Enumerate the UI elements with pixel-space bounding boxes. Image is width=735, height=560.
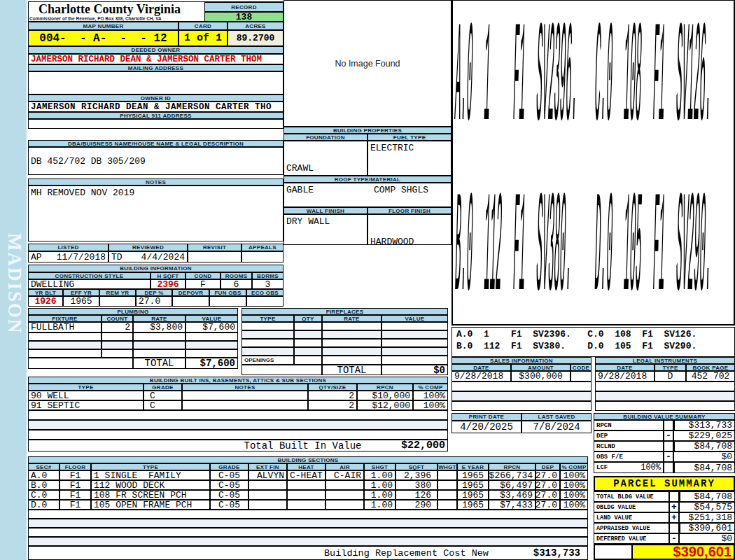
replacement-cost-value: $313,733 xyxy=(497,546,588,560)
listed-by: AP xyxy=(31,252,42,262)
bs-shgt: 1.00 xyxy=(364,480,396,490)
empty-row xyxy=(241,322,448,330)
fuel-field[interactable]: ELECTRIC xyxy=(368,141,451,176)
legal-row[interactable]: 9/28/2018 D 452 702 xyxy=(595,371,735,382)
bs-air xyxy=(326,500,364,510)
yrblt-field[interactable]: 1926 xyxy=(28,296,63,307)
bs-type: 112 WOOD DECK xyxy=(91,480,210,490)
built-ins-row[interactable]: 90 WELL C 2 $10,000 100% xyxy=(28,391,448,400)
owner-id-field[interactable]: JAMERSON RICHARD DEAN & JAMERSON CARTER … xyxy=(28,102,284,112)
ps-value: $0 xyxy=(679,533,735,544)
sketch-legend-line2: B.0 112 F1 SV380. D.0 105 F1 SV290. xyxy=(452,340,734,351)
mailing-address-label: MAILING ADDRESS xyxy=(28,64,284,71)
acres-label: ACRES xyxy=(227,22,284,30)
bs-col-sec: SEC# xyxy=(28,463,59,470)
ecoobs-field[interactable] xyxy=(246,296,284,307)
funobs-field[interactable] xyxy=(209,296,246,307)
reviewed-field[interactable]: TD4/4/2024 xyxy=(108,251,188,262)
card-field[interactable]: 1 of 1 xyxy=(178,30,227,46)
empty-row xyxy=(241,330,448,339)
depovr-field[interactable] xyxy=(172,296,209,307)
bs-dep: 27.0 xyxy=(536,500,560,510)
value-summary-row: LCF 100% $84,708 xyxy=(594,462,735,473)
bi-qty: 2 xyxy=(308,391,357,400)
bi-qty: 2 xyxy=(308,400,357,410)
reviewed-label: REVIEWED xyxy=(108,244,188,251)
bs-sqft: 126 xyxy=(396,490,438,500)
print-date-label: PRINT DATE xyxy=(451,413,522,421)
built-ins-row[interactable]: 91 SEPTIC C 2 $12,000 100% xyxy=(28,400,448,410)
construction-style-field[interactable]: DWELLING xyxy=(28,279,150,289)
floor-finish-field[interactable]: HARDWOOD VINYL xyxy=(368,214,451,245)
plumbing-total-value: $7,600 xyxy=(186,358,238,369)
dep-field[interactable]: 27.0 xyxy=(136,296,172,307)
cond-field[interactable]: F xyxy=(186,279,220,289)
photo-placeholder[interactable]: No Image Found xyxy=(284,0,451,127)
bs-eyear: 1965 xyxy=(457,490,489,500)
bs-shgt: 1.00 xyxy=(364,500,396,510)
deeded-owner-field[interactable]: JAMERSON RICHARD DEAN & JAMERSON CARTER … xyxy=(28,54,284,64)
mailing-address-field[interactable]: 1300 DEER ROAD PAMPLIN, VA 23958-3958 xyxy=(28,71,284,94)
legal-col-date: DATE xyxy=(595,364,654,371)
sketch-legend: A.0 1 F1 SV2396. C.0 108 F1 SV126. B.0 1… xyxy=(451,327,735,357)
notes-field[interactable]: MH REMOVED NOV 2019 xyxy=(28,186,284,241)
bs-col-rpcn: RPCN xyxy=(489,463,536,470)
plumbing-col-value: VALUE xyxy=(186,315,238,322)
sketch-legend-line1: A.0 1 F1 SV2396. C.0 108 F1 SV126. xyxy=(452,328,734,340)
effyr-field[interactable]: 1965 xyxy=(63,296,99,307)
sale-date: 9/28/2018 xyxy=(451,371,511,382)
remyr-field[interactable] xyxy=(99,296,136,307)
physical-address-field[interactable] xyxy=(28,119,284,129)
acres-field[interactable]: 89.2700 xyxy=(227,30,284,46)
bs-grade: C-05 xyxy=(210,490,248,500)
plumbing-row[interactable]: FULLBATH 2 $3,800 $7,600 xyxy=(28,322,238,332)
dba-field[interactable]: DB 452/702 DB 305/209 xyxy=(28,147,284,175)
owner-id-label: OWNER ID xyxy=(28,94,284,102)
bs-heat xyxy=(287,500,326,510)
bs-grade: C-05 xyxy=(210,500,248,510)
taxable-value: $390,601 xyxy=(633,544,735,560)
bs-rpcn: $7,433 xyxy=(489,500,536,510)
plumbing-total-label: TOTAL xyxy=(133,358,186,369)
revisit-field[interactable] xyxy=(188,251,241,262)
building-section-row[interactable]: D.0 F1 105 OPEN FRAME PCH C-05 1.00 290 … xyxy=(28,500,588,510)
bs-whgt xyxy=(438,500,457,510)
ps-value: $251,318 xyxy=(679,512,735,523)
parcel-summary-row: APPRAISED VALUE $390,601 xyxy=(594,523,735,533)
openings-label: OPENINGS xyxy=(241,356,294,365)
record-value-field[interactable]: 138 xyxy=(204,12,284,22)
appeals-field[interactable] xyxy=(241,251,284,262)
bs-col-whgt: WHGT xyxy=(438,463,457,470)
bdrms-field[interactable]: 3 xyxy=(252,279,284,289)
roof-field[interactable]: GABLE COMP SHGLS xyxy=(284,183,451,207)
bs-air xyxy=(326,490,364,500)
foundation-line1: CRAWL xyxy=(286,163,365,174)
hsqft-field[interactable]: 2396 xyxy=(150,279,186,289)
print-date-value: 4/20/2025 xyxy=(451,421,522,433)
empty-row xyxy=(451,401,592,411)
bi-comp: 100% xyxy=(413,400,448,410)
building-section-row[interactable]: B.0 F1 112 WOOD DECK C-05 1.00 380 1965 … xyxy=(28,480,588,490)
empty-row xyxy=(241,339,448,347)
foundation-field[interactable]: CRAWL CINDER BLOCK xyxy=(284,141,368,176)
wall-finish-field[interactable]: DRY WALL xyxy=(284,214,368,245)
bs-extfin xyxy=(248,490,287,500)
vs-label-lcf: LCF 100% xyxy=(594,462,664,473)
reviewed-by: TD xyxy=(111,252,122,262)
sales-row[interactable]: 9/28/2018 $300,000 xyxy=(451,371,592,382)
bs-col-air: AIR xyxy=(326,463,364,470)
value-summary-row: RCLND $84,708 xyxy=(594,441,735,451)
vs-op: - xyxy=(664,451,673,462)
building-section-row[interactable]: C.0 F1 108 FR SCREEN PCH C-05 1.00 126 1… xyxy=(28,490,588,500)
listed-field[interactable]: AP11/7/2018 xyxy=(28,251,108,262)
bs-heat xyxy=(287,490,326,500)
sketch-canvas[interactable]: A.0 1 F1 SV2396. C.0 108 F1 SV126. B.0 1… xyxy=(451,0,735,326)
building-section-row[interactable]: A.0 F1 1 SINGLE FAMILY C-05 ALVYN C-HEAT… xyxy=(28,470,588,480)
bs-sec: D.0 xyxy=(28,500,59,510)
bs-sec: A.0 xyxy=(28,470,59,480)
built-ins-col-rpcn: RPCN xyxy=(357,384,413,391)
map-number-field[interactable]: 004- - A- - - 12 xyxy=(28,30,178,46)
rooms-field[interactable]: 6 xyxy=(220,279,252,289)
bs-dep: 27.0 xyxy=(536,480,560,490)
bs-col-floor: FLOOR xyxy=(59,463,91,470)
